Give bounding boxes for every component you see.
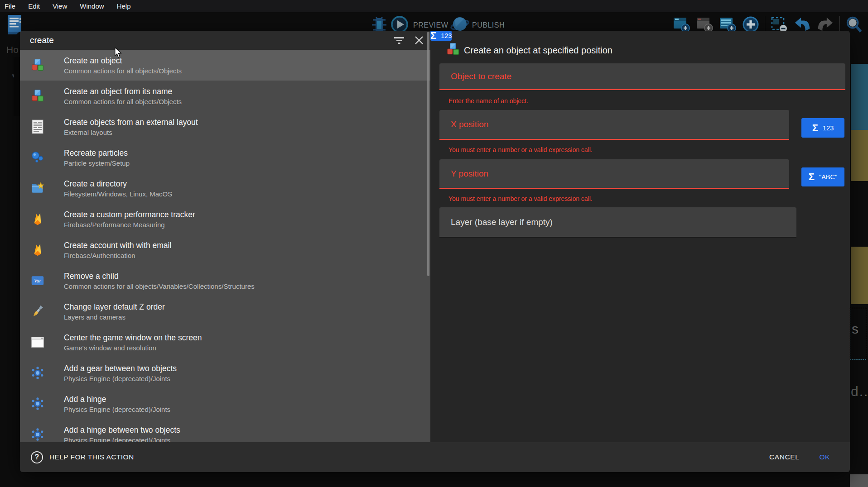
action-group: Physics Engine (deprecated)/Joints bbox=[64, 405, 170, 414]
menu-item-help[interactable]: Help bbox=[117, 2, 131, 10]
action-list-item[interactable]: Create objects from an external layoutEx… bbox=[20, 111, 430, 142]
folder-star-icon bbox=[31, 181, 44, 196]
mouse-cursor bbox=[113, 48, 123, 60]
publish-button[interactable]: PUBLISH bbox=[472, 21, 505, 29]
action-list-item[interactable]: Recreate particlesParticle system/Setup bbox=[20, 142, 430, 173]
home-tab-label: Ho bbox=[6, 44, 19, 55]
sigma-icon: Σ bbox=[809, 172, 815, 182]
background-panel bbox=[14, 57, 20, 116]
background-block bbox=[850, 474, 868, 487]
parameter-field[interactable]: X position bbox=[439, 110, 789, 140]
create-object-icon bbox=[31, 58, 44, 72]
preview-button[interactable]: PREVIEW bbox=[413, 21, 448, 29]
background-event-block bbox=[851, 64, 868, 130]
menu-item-edit[interactable]: Edit bbox=[28, 2, 40, 10]
action-group: Filesystem/Windows, Linux, MacOS bbox=[64, 190, 172, 199]
action-list-item[interactable]: Change layer default Z orderLayers and c… bbox=[20, 296, 430, 327]
action-group: Physics Engine (deprecated)/Joints bbox=[64, 374, 177, 383]
gdevelop-window: FileEditViewWindowHelp PREVIEW PUBLISH H… bbox=[0, 0, 868, 487]
action-group: Game's window and resolution bbox=[64, 344, 202, 353]
firebase-icon bbox=[31, 243, 44, 257]
action-group: Firebase/Performance Measuring bbox=[64, 220, 195, 229]
expression-builder-button[interactable]: Σ"ABC" bbox=[801, 167, 844, 186]
field-helper-text: You must enter a number or a valid expre… bbox=[448, 195, 593, 202]
action-title: Add a hinge bbox=[64, 394, 170, 404]
expression-builder-button[interactable]: Σ123 bbox=[801, 118, 844, 138]
action-group: External layouts bbox=[64, 128, 198, 137]
ok-button[interactable]: OK bbox=[819, 453, 830, 461]
action-title: Create account with with email bbox=[64, 240, 171, 250]
action-list-item[interactable]: Add a hingePhysics Engine (deprecated)/J… bbox=[20, 388, 430, 419]
expression-type-label: 123 bbox=[441, 32, 452, 39]
var-icon: Var bbox=[31, 273, 44, 288]
filter-icon[interactable] bbox=[392, 33, 406, 47]
sigma-icon: Σ bbox=[430, 31, 436, 41]
action-list-item[interactable]: Add a gear between two objectsPhysics En… bbox=[20, 358, 430, 388]
action-list-item[interactable]: VarRemove a childCommon actions for all … bbox=[20, 265, 430, 296]
menu-item-window[interactable]: Window bbox=[80, 2, 104, 10]
field-helper-text: Enter the name of an object. bbox=[448, 97, 528, 105]
action-group: Common actions for all objects/Objects bbox=[64, 67, 182, 76]
dialog-footer: ? HELP FOR THIS ACTION CANCEL OK bbox=[20, 442, 850, 472]
instruction-selector-dialog: create Create an objectCommon actions fo… bbox=[20, 31, 850, 472]
action-group: Firebase/Authentication bbox=[64, 251, 171, 260]
game-window-icon bbox=[31, 335, 44, 349]
action-title: Center the game window on the screen bbox=[64, 333, 202, 343]
action-list-item[interactable]: Create an objectCommon actions for all o… bbox=[20, 50, 430, 81]
action-title: Recreate particles bbox=[64, 148, 130, 158]
layer-zorder-icon bbox=[31, 304, 44, 319]
firebase-icon bbox=[31, 212, 44, 226]
action-group: Particle system/Setup bbox=[64, 159, 130, 168]
physics-joint-icon bbox=[31, 427, 44, 442]
action-title: Create a custom performance tracker bbox=[64, 210, 195, 220]
sigma-icon: Σ bbox=[812, 123, 818, 133]
background-event-block bbox=[851, 130, 868, 181]
action-list-item[interactable]: Add a hinge between two objectsPhysics E… bbox=[20, 419, 430, 442]
background-event-block bbox=[851, 247, 868, 304]
create-object-icon bbox=[31, 89, 44, 103]
background-text-fragment: d... bbox=[851, 384, 868, 399]
field-helper-text: You must enter a number or a valid expre… bbox=[448, 146, 593, 153]
action-title: Add a hinge between two objects bbox=[64, 425, 180, 435]
menu-item-file[interactable]: File bbox=[5, 2, 15, 10]
action-title: Remove a child bbox=[64, 271, 255, 281]
menu-bar: FileEditViewWindowHelp bbox=[0, 0, 868, 12]
action-list-item[interactable]: Create a custom performance trackerFireb… bbox=[20, 204, 430, 234]
close-icon[interactable] bbox=[412, 33, 426, 47]
action-group: Common actions for all objects/Variables… bbox=[64, 282, 255, 291]
action-search-pane: create Create an objectCommon actions fo… bbox=[20, 31, 430, 442]
action-group: Physics Engine (deprecated)/Joints bbox=[64, 436, 180, 443]
action-list-item[interactable]: Create account with with emailFirebase/A… bbox=[20, 234, 430, 265]
create-object-icon bbox=[446, 42, 460, 58]
action-list-item[interactable]: Center the game window on the screenGame… bbox=[20, 327, 430, 358]
action-title: Change layer default Z order bbox=[64, 302, 165, 312]
parameter-field[interactable]: Y position bbox=[439, 159, 789, 189]
cancel-button[interactable]: CANCEL bbox=[769, 453, 799, 461]
parameter-field[interactable]: Object to create bbox=[439, 63, 845, 90]
list-scrollbar[interactable] bbox=[427, 32, 429, 276]
action-parameters-pane: Create an object at specified position O… bbox=[430, 31, 850, 442]
expression-builder-button[interactable]: Σ123 bbox=[430, 31, 452, 41]
action-title: Create objects from an external layout bbox=[64, 117, 198, 127]
svg-text:Var: Var bbox=[34, 278, 41, 283]
action-list-item[interactable]: Create a directoryFilesystem/Windows, Li… bbox=[20, 173, 430, 204]
field-placeholder: Object to create bbox=[451, 72, 511, 81]
expression-type-label: "ABC" bbox=[819, 173, 837, 181]
parameter-field[interactable]: Layer (base layer if empty) bbox=[439, 207, 796, 237]
physics-joint-icon bbox=[31, 396, 44, 411]
external-layout-icon bbox=[31, 119, 44, 134]
menu-item-view[interactable]: View bbox=[53, 2, 67, 10]
action-title: Create an object from its name bbox=[64, 86, 182, 96]
help-icon: ? bbox=[31, 451, 43, 463]
action-title: Add a gear between two objects bbox=[64, 363, 177, 373]
field-placeholder: Y position bbox=[451, 169, 488, 179]
action-results-list: Create an objectCommon actions for all o… bbox=[20, 50, 430, 442]
help-for-action-button[interactable]: ? HELP FOR THIS ACTION bbox=[31, 451, 134, 463]
action-header: Create an object at specified position bbox=[446, 42, 612, 58]
search-input[interactable]: create bbox=[30, 35, 386, 45]
action-list-item[interactable]: Create an object from its nameCommon act… bbox=[20, 81, 430, 111]
field-placeholder: X position bbox=[451, 119, 488, 129]
search-bar: create bbox=[20, 31, 430, 50]
expression-type-label: 123 bbox=[823, 124, 834, 132]
action-title: Create a directory bbox=[64, 179, 172, 189]
